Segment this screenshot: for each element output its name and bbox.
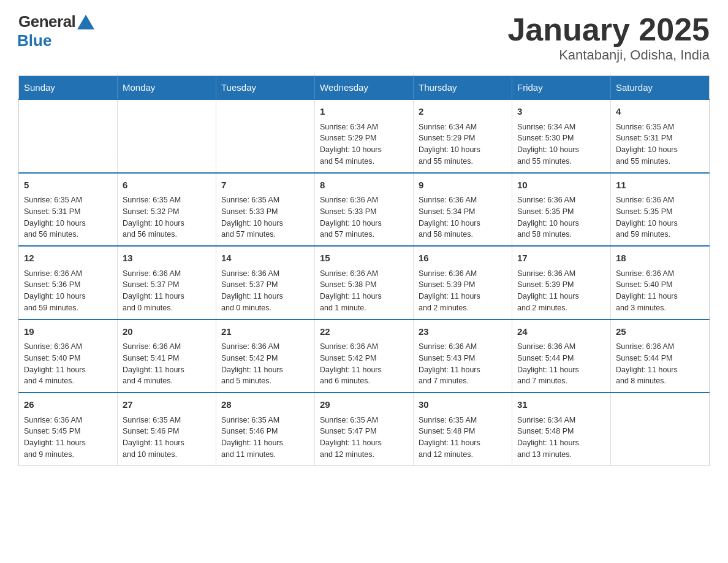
day-info-text: Sunrise: 6:36 AM <box>24 341 112 353</box>
day-info-text: and 58 minutes. <box>517 229 605 240</box>
day-info-text: Daylight: 11 hours <box>24 437 112 449</box>
calendar-cell: 18Sunrise: 6:36 AMSunset: 5:40 PMDayligh… <box>611 246 710 320</box>
day-info-text: Daylight: 10 hours <box>616 144 704 156</box>
day-info-text: Sunrise: 6:36 AM <box>221 268 309 280</box>
calendar-cell: 23Sunrise: 6:36 AMSunset: 5:43 PMDayligh… <box>414 320 512 393</box>
day-info-text: Sunrise: 6:36 AM <box>616 341 704 353</box>
day-number: 25 <box>616 325 704 339</box>
day-info-text: Sunset: 5:36 PM <box>24 279 112 291</box>
logo-general-text: General <box>18 12 75 31</box>
day-number: 6 <box>123 178 211 193</box>
day-info-text: and 56 minutes. <box>123 229 211 240</box>
day-number: 30 <box>419 398 507 412</box>
day-info-text: and 10 minutes. <box>123 449 211 461</box>
day-info-text: and 1 minute. <box>320 302 408 314</box>
day-info-text: Sunset: 5:31 PM <box>616 132 704 144</box>
day-number: 8 <box>320 178 408 193</box>
day-info-text: Daylight: 11 hours <box>616 364 704 376</box>
day-info-text: and 58 minutes. <box>419 229 507 240</box>
day-info-text: Sunset: 5:33 PM <box>221 206 309 218</box>
day-number: 26 <box>24 398 112 412</box>
day-info-text: Sunrise: 6:35 AM <box>221 194 309 206</box>
day-info-text: and 8 minutes. <box>616 375 704 387</box>
day-info-text: Daylight: 10 hours <box>320 144 408 156</box>
day-info-text: Sunset: 5:41 PM <box>123 353 211 364</box>
week-row-1: 1Sunrise: 6:34 AMSunset: 5:29 PMDaylight… <box>19 99 710 173</box>
day-info-text: and 12 minutes. <box>320 449 408 461</box>
calendar-cell: 4Sunrise: 6:35 AMSunset: 5:31 PMDaylight… <box>611 99 710 173</box>
calendar-cell: 28Sunrise: 6:35 AMSunset: 5:46 PMDayligh… <box>216 393 315 465</box>
day-info-text: Sunrise: 6:34 AM <box>419 121 507 133</box>
day-info-text: and 56 minutes. <box>24 229 112 240</box>
day-info-text: Daylight: 11 hours <box>123 437 211 449</box>
day-number: 29 <box>320 398 408 412</box>
calendar-cell: 15Sunrise: 6:36 AMSunset: 5:38 PMDayligh… <box>315 246 414 320</box>
day-info-text: Sunset: 5:37 PM <box>123 279 211 291</box>
day-info-text: Sunset: 5:40 PM <box>24 353 112 364</box>
logo-blue-text: Blue <box>17 31 51 50</box>
day-number: 17 <box>517 251 605 266</box>
calendar-cell: 6Sunrise: 6:35 AMSunset: 5:32 PMDaylight… <box>118 173 216 247</box>
day-number: 15 <box>320 251 408 266</box>
weekday-header-sunday: Sunday <box>19 76 118 100</box>
day-number: 5 <box>24 178 112 193</box>
calendar-cell: 14Sunrise: 6:36 AMSunset: 5:37 PMDayligh… <box>216 246 315 320</box>
day-info-text: and 7 minutes. <box>419 375 507 387</box>
day-info-text: Sunset: 5:42 PM <box>320 353 408 364</box>
day-info-text: Sunrise: 6:36 AM <box>320 341 408 353</box>
day-info-text: Sunset: 5:43 PM <box>419 353 507 364</box>
calendar-cell: 17Sunrise: 6:36 AMSunset: 5:39 PMDayligh… <box>512 246 611 320</box>
day-info-text: Sunrise: 6:36 AM <box>517 341 605 353</box>
day-info-text: Daylight: 11 hours <box>517 364 605 376</box>
calendar-table: SundayMondayTuesdayWednesdayThursdayFrid… <box>18 75 710 466</box>
day-number: 4 <box>616 105 704 119</box>
day-info-text: and 55 minutes. <box>517 156 605 167</box>
day-info-text: Sunset: 5:44 PM <box>517 353 605 364</box>
day-info-text: Sunrise: 6:34 AM <box>517 415 605 426</box>
day-info-text: Daylight: 11 hours <box>320 437 408 449</box>
day-info-text: Daylight: 10 hours <box>517 218 605 229</box>
day-info-text: Daylight: 10 hours <box>419 218 507 229</box>
day-info-text: Sunrise: 6:36 AM <box>123 268 211 280</box>
calendar-cell: 8Sunrise: 6:36 AMSunset: 5:33 PMDaylight… <box>315 173 414 247</box>
calendar-cell: 5Sunrise: 6:35 AMSunset: 5:31 PMDaylight… <box>19 173 118 247</box>
day-number: 23 <box>419 325 507 339</box>
day-info-text: Sunrise: 6:36 AM <box>616 194 704 206</box>
day-info-text: Daylight: 10 hours <box>517 144 605 156</box>
day-info-text: Sunset: 5:34 PM <box>419 206 507 218</box>
day-info-text: and 7 minutes. <box>517 375 605 387</box>
day-number: 3 <box>517 105 605 119</box>
day-info-text: Sunset: 5:42 PM <box>221 353 309 364</box>
day-info-text: and 5 minutes. <box>221 375 309 387</box>
day-info-text: Sunrise: 6:36 AM <box>221 341 309 353</box>
day-info-text: Sunrise: 6:34 AM <box>517 121 605 133</box>
calendar-cell <box>611 393 710 465</box>
calendar-cell: 7Sunrise: 6:35 AMSunset: 5:33 PMDaylight… <box>216 173 315 247</box>
day-info-text: Daylight: 11 hours <box>419 437 507 449</box>
calendar-cell <box>118 99 216 173</box>
day-info-text: Sunset: 5:45 PM <box>24 426 112 437</box>
day-number: 18 <box>616 251 704 266</box>
day-info-text: Sunrise: 6:36 AM <box>419 194 507 206</box>
day-info-text: and 13 minutes. <box>517 449 605 461</box>
day-info-text: and 0 minutes. <box>123 302 211 314</box>
day-info-text: and 2 minutes. <box>419 302 507 314</box>
day-info-text: Daylight: 11 hours <box>517 437 605 449</box>
day-number: 2 <box>419 105 507 119</box>
day-info-text: Sunset: 5:46 PM <box>221 426 309 437</box>
day-info-text: Sunrise: 6:36 AM <box>320 194 408 206</box>
day-number: 7 <box>221 178 309 193</box>
day-info-text: Daylight: 10 hours <box>123 218 211 229</box>
day-info-text: Daylight: 10 hours <box>221 218 309 229</box>
day-info-text: Sunset: 5:32 PM <box>123 206 211 218</box>
calendar-cell: 29Sunrise: 6:35 AMSunset: 5:47 PMDayligh… <box>315 393 414 465</box>
day-number: 22 <box>320 325 408 339</box>
day-info-text: Sunrise: 6:36 AM <box>517 194 605 206</box>
day-info-text: Sunset: 5:29 PM <box>419 132 507 144</box>
weekday-header-wednesday: Wednesday <box>315 76 414 100</box>
day-info-text: and 6 minutes. <box>320 375 408 387</box>
day-number: 12 <box>24 251 112 266</box>
weekday-header-friday: Friday <box>512 76 611 100</box>
weekday-header-row: SundayMondayTuesdayWednesdayThursdayFrid… <box>19 76 710 100</box>
calendar-cell: 19Sunrise: 6:36 AMSunset: 5:40 PMDayligh… <box>19 320 118 393</box>
